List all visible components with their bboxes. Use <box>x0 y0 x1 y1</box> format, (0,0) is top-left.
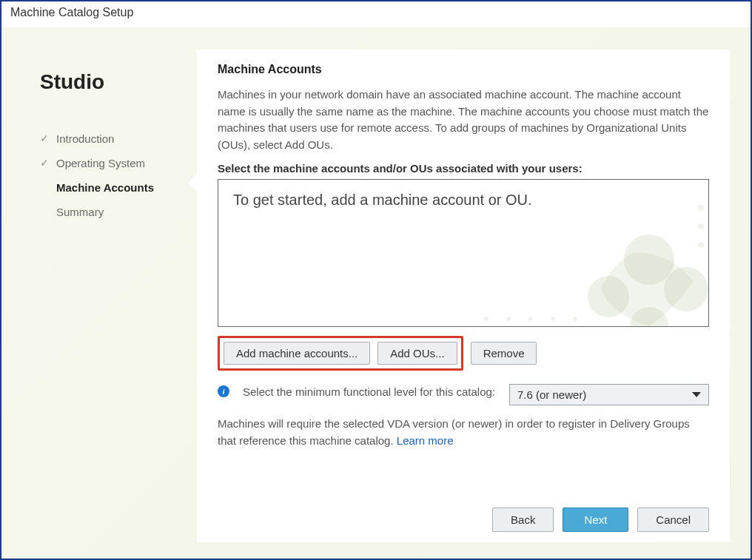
step-machine-accounts[interactable]: Machine Accounts <box>40 175 189 200</box>
brand-title: Studio <box>40 70 189 94</box>
svg-point-3 <box>630 307 668 327</box>
remove-button[interactable]: Remove <box>471 342 537 365</box>
select-accounts-label: Select the machine accounts and/or OUs a… <box>218 162 709 175</box>
svg-point-2 <box>588 276 629 317</box>
svg-point-1 <box>664 267 708 311</box>
chevron-down-icon <box>692 392 701 397</box>
svg-point-7 <box>551 317 555 321</box>
step-operating-system[interactable]: Operating System <box>40 151 189 175</box>
window-title: Machine Catalog Setup <box>1 1 751 27</box>
wizard-footer: Back Next Cancel <box>218 487 709 532</box>
svg-point-21 <box>698 223 704 229</box>
svg-point-5 <box>506 317 511 321</box>
wizard-content: Machine Accounts Machines in your networ… <box>197 50 730 542</box>
add-ous-button[interactable]: Add OUs... <box>377 342 457 365</box>
wizard-steps: Introduction Operating System Machine Ac… <box>40 126 189 224</box>
add-machine-accounts-button[interactable]: Add machine accounts... <box>224 342 370 365</box>
back-button[interactable]: Back <box>492 507 554 532</box>
svg-point-8 <box>573 317 577 321</box>
step-introduction[interactable]: Introduction <box>40 126 189 151</box>
functional-level-value: 7.6 (or newer) <box>517 388 586 401</box>
info-icon: i <box>218 385 229 397</box>
next-button[interactable]: Next <box>563 507 628 532</box>
accounts-listbox[interactable]: To get started, add a machine account or… <box>218 179 709 327</box>
vda-note: Machines will require the selected VDA v… <box>218 416 709 449</box>
svg-point-0 <box>624 235 674 285</box>
page-heading: Machine Accounts <box>218 63 709 76</box>
svg-point-23 <box>698 242 704 248</box>
intro-text: Machines in your network domain have an … <box>218 87 709 153</box>
step-summary[interactable]: Summary <box>40 200 189 224</box>
highlight-box: Add machine accounts... Add OUs... <box>218 336 463 371</box>
learn-more-link[interactable]: Learn more <box>397 434 454 447</box>
svg-point-6 <box>528 317 533 321</box>
svg-point-19 <box>698 205 704 211</box>
functional-level-select[interactable]: 7.6 (or newer) <box>509 384 709 405</box>
listbox-placeholder: To get started, add a machine account or… <box>233 192 532 208</box>
cancel-button[interactable]: Cancel <box>637 507 709 532</box>
functional-level-label: Select the minimum functional level for … <box>243 384 496 399</box>
svg-point-4 <box>484 317 489 321</box>
wizard-sidebar: Studio Introduction Operating System Mac… <box>22 50 197 542</box>
